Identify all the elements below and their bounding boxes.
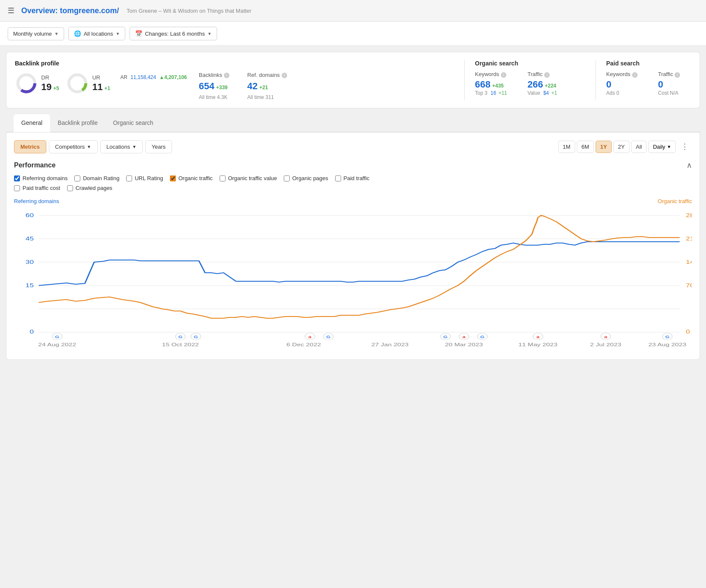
org-traffic-sub-val: $4 — [543, 90, 549, 96]
svg-text:45: 45 — [25, 236, 34, 242]
daily-button[interactable]: Daily ▼ — [648, 141, 676, 153]
svg-text:2 Jul 2023: 2 Jul 2023 — [590, 342, 621, 347]
menu-icon[interactable]: ☰ — [8, 6, 14, 15]
ur-donut-chart — [66, 72, 89, 95]
org-keywords-delta: +435 — [492, 83, 504, 89]
ur-value: 11 — [92, 82, 102, 93]
tab-backlink-profile[interactable]: Backlink profile — [50, 114, 105, 132]
competitors-arrow-icon: ▼ — [87, 144, 91, 149]
divider-1 — [464, 60, 465, 100]
checkbox-organic-pages[interactable]: Organic pages — [284, 175, 328, 181]
dr-value: 19 — [41, 82, 51, 93]
paid-search-section: Paid search Keywords i 0 Ads 0 Traffic i… — [606, 60, 691, 100]
collapse-button[interactable]: ∧ — [686, 161, 692, 170]
svg-text:15: 15 — [25, 283, 34, 288]
organic-keywords-metric: Keywords i 668 +435 Top 3 16 +11 — [475, 71, 507, 96]
tab-general[interactable]: General — [14, 114, 50, 132]
svg-text:G: G — [178, 335, 183, 339]
checkbox-organic-traffic[interactable]: Organic traffic — [170, 175, 213, 181]
backlinks-info-icon[interactable]: i — [224, 73, 229, 78]
changes-label: Changes: Last 6 months — [145, 31, 205, 37]
paid-kw-info[interactable]: i — [632, 72, 638, 78]
svg-text:G: G — [443, 335, 448, 339]
dropdown-arrow-icon3: ▼ — [207, 31, 212, 36]
checkbox-domain-rating[interactable]: Domain Rating — [74, 175, 119, 181]
svg-text:a: a — [537, 335, 540, 339]
org-kw-info[interactable]: i — [501, 72, 506, 78]
time-2y-button[interactable]: 2Y — [613, 141, 630, 153]
checkbox-paid-traffic[interactable]: Paid traffic — [335, 175, 370, 181]
daily-arrow-icon: ▼ — [667, 144, 671, 149]
svg-text:15 Oct 2022: 15 Oct 2022 — [162, 342, 199, 347]
svg-text:210: 210 — [686, 236, 692, 242]
checkbox-crawled-pages[interactable]: Crawled pages — [67, 185, 113, 191]
all-locations-dropdown[interactable]: 🌐 All locations ▼ — [68, 27, 125, 40]
paid-traffic-info[interactable]: i — [675, 72, 680, 78]
tab-organic-search[interactable]: Organic search — [105, 114, 161, 132]
backlinks-delta: +339 — [216, 85, 228, 90]
filter-left: Metrics Competitors ▼ Locations ▼ Years — [14, 140, 172, 153]
ref-domains-delta: +21 — [260, 85, 268, 90]
svg-text:0: 0 — [686, 329, 690, 335]
changes-dropdown[interactable]: 📅 Changes: Last 6 months ▼ — [130, 27, 217, 40]
paid-keywords-metric: Keywords i 0 Ads 0 — [606, 71, 638, 96]
time-1m-button[interactable]: 1M — [558, 141, 575, 153]
backlinks-label: Backlinks — [199, 72, 222, 78]
competitors-button[interactable]: Competitors ▼ — [49, 140, 98, 153]
svg-text:G: G — [326, 335, 330, 339]
chart-legend: Referring domains Organic traffic — [14, 198, 692, 204]
checkbox-url-rating[interactable]: URL Rating — [126, 175, 163, 181]
svg-text:G: G — [665, 335, 669, 339]
org-traffic-info[interactable]: i — [544, 72, 550, 78]
ur-metric: UR 11 +1 — [66, 72, 110, 95]
svg-text:a: a — [463, 335, 466, 339]
checkbox-referring-domains[interactable]: Referring domains — [14, 175, 68, 181]
svg-text:60: 60 — [25, 212, 34, 218]
svg-text:6 Dec 2022: 6 Dec 2022 — [286, 342, 321, 347]
dr-metric: DR 19 +5 — [15, 72, 59, 95]
tabs-bar: General Backlink profile Organic search — [6, 114, 700, 132]
ur-delta: +1 — [104, 85, 110, 91]
backlinks-metric: Backlinks i 654 +339 All time 4.3K — [199, 72, 237, 100]
paid-traffic-metric: Traffic i 0 Cost N/A — [658, 71, 680, 96]
performance-chart: 60 45 30 15 0 280 210 140 70 0 — [14, 207, 692, 351]
ur-label: UR — [92, 74, 110, 81]
svg-text:0: 0 — [30, 329, 34, 335]
organic-search-title: Organic search — [475, 60, 585, 67]
time-1y-button[interactable]: 1Y — [596, 141, 612, 153]
monthly-volume-dropdown[interactable]: Monthly volume ▼ — [8, 27, 64, 40]
org-kw-sub-val: 16 — [491, 90, 496, 96]
metrics-button[interactable]: Metrics — [14, 140, 46, 153]
org-traffic-value: 266 — [528, 79, 543, 90]
filter-right: 1M 6M 1Y 2Y All Daily ▼ ⋮ — [558, 139, 692, 154]
overview-label: Overview: — [21, 6, 58, 15]
svg-text:a: a — [308, 335, 312, 339]
svg-text:G: G — [55, 335, 59, 339]
more-options-button[interactable]: ⋮ — [678, 139, 692, 154]
dropdown-arrow-icon2: ▼ — [116, 31, 120, 36]
svg-text:70: 70 — [686, 283, 692, 288]
paid-search-title: Paid search — [606, 60, 691, 67]
ref-domains-info-icon[interactable]: i — [282, 73, 287, 78]
organic-traffic-metric: Traffic i 266 +224 Value $4 +1 — [528, 71, 557, 96]
toolbar: Monthly volume ▼ 🌐 All locations ▼ 📅 Cha… — [0, 22, 706, 46]
dr-donut-chart — [15, 72, 38, 95]
paid-traffic-value: 0 — [658, 79, 680, 90]
time-6m-button[interactable]: 6M — [577, 141, 594, 153]
checkbox-organic-traffic-value[interactable]: Organic traffic value — [220, 175, 277, 181]
domain-link[interactable]: tomgreene.com/ — [60, 6, 119, 15]
ref-domains-metric: Ref. domains i 42 +21 All time 311 — [247, 72, 287, 100]
checkbox-paid-traffic-cost[interactable]: Paid traffic cost — [14, 185, 60, 191]
dropdown-arrow-icon: ▼ — [54, 31, 59, 36]
time-all-button[interactable]: All — [631, 141, 647, 153]
dr-label: DR — [41, 74, 59, 81]
ar-row: AR 11,158,424 ▲4,207,106 — [120, 74, 187, 80]
monthly-volume-label: Monthly volume — [13, 31, 52, 37]
svg-text:a: a — [604, 335, 607, 339]
svg-text:G: G — [194, 335, 198, 339]
backlink-profile-title: Backlink profile — [15, 60, 454, 67]
locations-button[interactable]: Locations ▼ — [100, 140, 143, 153]
years-button[interactable]: Years — [145, 140, 172, 153]
locations-arrow-icon: ▼ — [132, 144, 136, 149]
backlinks-value: 654 — [199, 81, 215, 92]
